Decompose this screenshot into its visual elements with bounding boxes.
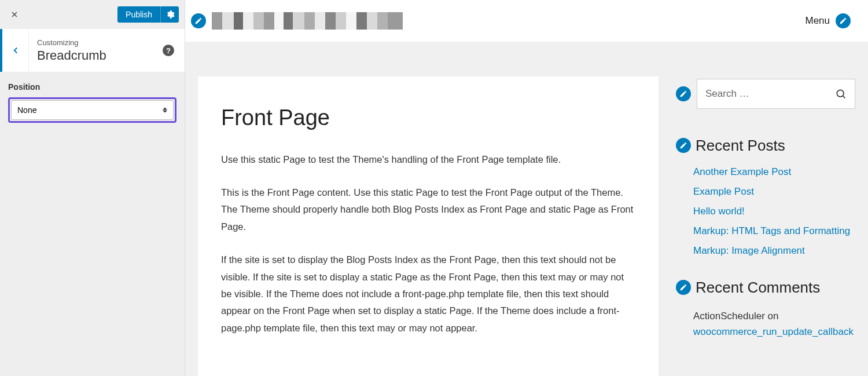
site-header: Menu: [185, 0, 868, 42]
search-widget: Search …: [676, 79, 855, 109]
help-button[interactable]: ?: [163, 45, 174, 56]
main-content: Front Page Use this static Page to test …: [198, 76, 659, 376]
edit-shortcut-menu[interactable]: [836, 13, 851, 28]
edit-shortcut-title[interactable]: [191, 13, 206, 28]
search-placeholder: Search …: [705, 88, 749, 100]
edit-shortcut-recent-comments[interactable]: [676, 280, 691, 295]
recent-posts-list: Another Example Post Example Post Hello …: [676, 166, 855, 257]
widget-sidebar: Search … Recent Posts Another Example Po…: [676, 76, 855, 376]
list-item[interactable]: Hello world!: [693, 206, 855, 217]
comment-target-link[interactable]: woocommerce_run_update_callback: [693, 326, 854, 337]
close-icon: [10, 10, 19, 19]
position-select[interactable]: None: [11, 100, 174, 120]
section-title: Breadcrumb: [37, 48, 163, 63]
recent-posts-widget: Recent Posts Another Example Post Exampl…: [676, 137, 855, 257]
pencil-icon: [679, 141, 687, 149]
list-item[interactable]: Markup: HTML Tags and Formatting: [693, 225, 855, 237]
svg-point-0: [837, 90, 844, 97]
position-select-highlight: None: [8, 97, 176, 123]
customizer-top-bar: Publish: [0, 0, 185, 29]
position-label: Position: [8, 82, 176, 92]
recent-comments-title: Recent Comments: [696, 279, 820, 297]
select-caret-icon: [163, 108, 167, 113]
pencil-icon: [679, 283, 687, 291]
edit-shortcut-recent-posts[interactable]: [676, 138, 691, 153]
gear-icon: [165, 10, 175, 19]
site-title-redacted: [212, 12, 403, 30]
chevron-left-icon: [10, 45, 21, 56]
recent-posts-title: Recent Posts: [696, 137, 785, 155]
pencil-icon: [679, 90, 687, 98]
section-header: Customizing Breadcrumb ?: [29, 29, 185, 72]
list-item[interactable]: Another Example Post: [693, 166, 855, 178]
publish-group: Publish: [117, 6, 179, 23]
publish-settings-button[interactable]: [160, 6, 179, 23]
preview-area: Menu Front Page Use this static Page to …: [185, 0, 868, 376]
customizer-panel: Publish Customizing Breadcrumb ? Positio…: [0, 0, 185, 376]
comment-item: ActionScheduler on woocommerce_run_updat…: [676, 308, 855, 340]
publish-button[interactable]: Publish: [117, 6, 160, 23]
list-item[interactable]: Markup: Image Alignment: [693, 245, 855, 257]
menu-toggle[interactable]: Menu: [805, 15, 830, 27]
comment-author: ActionScheduler: [693, 311, 765, 322]
content-paragraph: Use this static Page to test the Theme's…: [221, 151, 635, 168]
section-subtitle: Customizing: [37, 38, 163, 47]
list-item[interactable]: Example Post: [693, 186, 855, 198]
pencil-icon: [839, 17, 847, 25]
recent-comments-widget: Recent Comments ActionScheduler on wooco…: [676, 279, 855, 340]
search-icon: [835, 88, 847, 100]
content-paragraph: This is the Front Page content. Use this…: [221, 184, 635, 235]
close-customizer-button[interactable]: [6, 6, 23, 23]
content-paragraph: If the site is set to display the Blog P…: [221, 251, 635, 337]
back-button[interactable]: [0, 29, 29, 72]
position-select-value: None: [17, 105, 36, 115]
preview-body: Front Page Use this static Page to test …: [185, 42, 868, 376]
search-input[interactable]: Search …: [697, 79, 855, 109]
pencil-icon: [194, 17, 203, 25]
page-title: Front Page: [221, 105, 635, 130]
edit-shortcut-search[interactable]: [676, 86, 691, 101]
position-control: Position None: [0, 72, 185, 123]
comment-on-text: on: [765, 311, 779, 322]
